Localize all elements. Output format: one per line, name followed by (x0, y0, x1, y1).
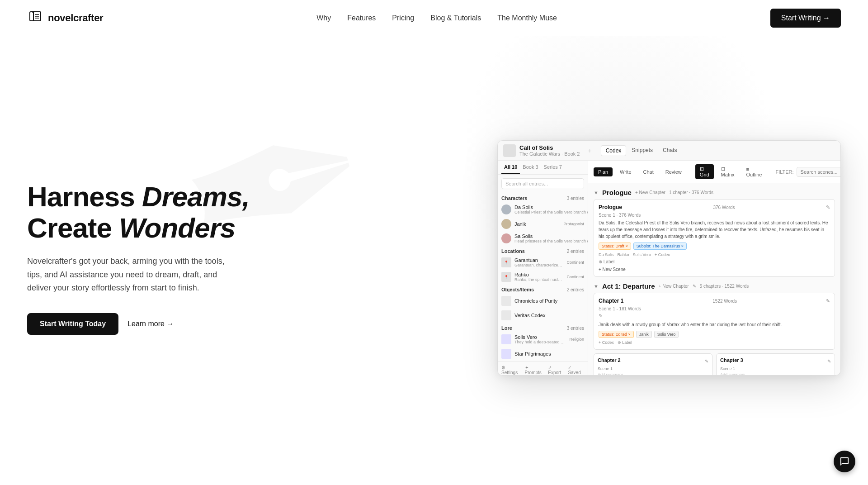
app-sidebar: All 10 Book 3 Series 7 Search all entrie… (498, 161, 588, 375)
prologue-card-name: Prologue (599, 204, 622, 210)
tag-subplot[interactable]: Subplot: The Damasirus × (633, 242, 687, 250)
characters-count: 3 entries (567, 196, 584, 201)
main-toolbar: Plan Write Chat Review ⊞ Grid ⊟ Matrix ≡… (588, 161, 840, 183)
view-grid[interactable]: ⊞ Grid (695, 164, 714, 179)
act1-meta: 5 chapters · 1522 Words (700, 284, 749, 289)
app-main-content: Plan Write Chat Review ⊞ Grid ⊟ Matrix ≡… (588, 161, 840, 375)
lore-desc-solisvero: They hold a deep-seated belief that thei… (514, 340, 566, 344)
prologue-header: ▼ Prologue + New Chapter 1 chapter · 376… (594, 189, 835, 196)
chat-support-icon (840, 456, 849, 466)
chapter1-codex-links: + Codex ⊕ Label (599, 340, 830, 345)
chapter2-title: Chapter 2 (598, 357, 621, 363)
tab-codex[interactable]: Codex (601, 145, 627, 156)
view-matrix[interactable]: ⊟ Matrix (717, 164, 739, 179)
learn-more-button[interactable]: Learn more → (127, 320, 174, 328)
sidebar-character-janik[interactable]: Janik Protagonist (498, 217, 588, 231)
avatar-sasolis (501, 233, 511, 243)
lore-count: 3 entries (567, 326, 584, 331)
mode-plan[interactable]: Plan (594, 167, 613, 176)
view-outline[interactable]: ≡ Outline (742, 165, 767, 179)
location-desc-rahko: Rahko, the spiritual nucleus of the Soli… (514, 277, 563, 282)
tab-snippets[interactable]: Snippets (627, 145, 657, 156)
mode-write[interactable]: Write (615, 167, 636, 176)
scenes-content-area: ▼ Prologue + New Chapter 1 chapter · 376… (588, 183, 840, 375)
sidebar-filter-tabs: All 10 Book 3 Series 7 (498, 161, 588, 175)
sidebar-character-sasolis[interactable]: Sa Solis Head priestess of the Solis Ver… (498, 231, 588, 246)
sidebar-object-chronicles[interactable]: Chronicles of Purity (498, 294, 588, 308)
codex-tag-codex[interactable]: + Codex (655, 252, 670, 257)
sidebar-lore-star[interactable]: Star Pilgrimages (498, 347, 588, 361)
mode-chat[interactable]: Chat (639, 167, 658, 176)
hero-section: ✒ Harness Dreams,Create Wonders Novelcra… (0, 36, 868, 480)
prologue-meta: + New Chapter (635, 190, 665, 195)
project-info: Call of Solis The Galactic Wars · Book 2 (503, 144, 580, 157)
prologue-scene-label: Scene 1 · 376 Words (599, 213, 830, 218)
sidebar-object-veritas[interactable]: Veritas Codex (498, 308, 588, 323)
scene-search-input[interactable] (797, 167, 840, 177)
nav-blog[interactable]: Blog & Tutorials (430, 14, 481, 22)
tab-chats[interactable]: Chats (658, 145, 681, 156)
chat-support-button[interactable] (834, 451, 855, 472)
tag-draft[interactable]: Status: Draft × (599, 242, 631, 250)
sidebar-search-input[interactable]: Search all entries... (501, 178, 584, 189)
chapter2-edit-icon[interactable]: ✎ (705, 359, 708, 364)
chapter1-card: Chapter 1 1522 Words ✎ Scene 1 - 181 Wor… (594, 293, 835, 350)
hero-title: Harness Dreams,Create Wonders (27, 181, 262, 244)
ch1-label-link[interactable]: ⊕ Label (618, 340, 632, 345)
codex-tag-dasolis[interactable]: Da Solis (599, 252, 614, 257)
chapter1-edit-btn[interactable]: ✎ (599, 313, 830, 319)
nav-features[interactable]: Features (347, 14, 376, 22)
sidebar-tab-book[interactable]: Book 3 (520, 161, 541, 174)
logo-link[interactable]: novelcrafter (27, 10, 103, 26)
act1-new-chapter[interactable]: + New Chapter (659, 284, 689, 289)
sidebar-lore-solis[interactable]: Solis Vero They hold a deep-seated belie… (498, 332, 588, 347)
prologue-card-header: Prologue 376 Words ✎ (599, 204, 830, 210)
project-subtitle: The Galactic Wars · Book 2 (519, 151, 580, 157)
nav-pricing[interactable]: Pricing (392, 14, 414, 22)
mode-review[interactable]: Review (661, 167, 686, 176)
chapter1-header: Chapter 1 1522 Words ✎ (599, 298, 830, 304)
prologue-edit-icon[interactable]: ✎ (826, 204, 830, 210)
act1-section: ▼ Act 1: Departure + New Chapter ✎ 5 cha… (594, 282, 835, 375)
act1-collapse-icon[interactable]: ▼ (594, 284, 599, 289)
add-label-btn[interactable]: ⊕ Label (599, 259, 830, 264)
export-link[interactable]: ↗ Export (548, 365, 564, 375)
character-tag-janik: Protagonist (563, 222, 584, 226)
start-writing-today-button[interactable]: Start Writing Today (27, 313, 118, 335)
sidebar-tab-all[interactable]: All 10 (501, 161, 520, 174)
act1-edit-icon[interactable]: ✎ (693, 284, 696, 289)
nav-cta-button[interactable]: Start Writing → (770, 9, 841, 28)
prologue-collapse-icon[interactable]: ▼ (594, 190, 599, 195)
sidebar-tab-series[interactable]: Series 7 (541, 161, 565, 174)
prologue-word-count: 1 chapter · 376 Words (669, 190, 713, 195)
sidebar-character-dasolis[interactable]: Da Solis Celestial Priest of the Solis V… (498, 202, 588, 217)
chapter3-summary-placeholder[interactable]: Add summary... (720, 372, 831, 375)
chapter3-edit-icon[interactable]: ✎ (827, 359, 831, 364)
objects-count: 2 entries (567, 287, 584, 292)
prompts-link[interactable]: ✦ Prompts (525, 365, 545, 375)
chapter1-edit-icon[interactable]: ✎ (826, 298, 830, 304)
codex-tag-solisvero[interactable]: Solis Vero (633, 252, 651, 257)
sidebar-location-garantuan[interactable]: 📍 Garantuan Garantuan, characterized by … (498, 255, 588, 270)
characters-section-header: Characters 3 entries (498, 193, 588, 202)
chapter1-scene-label: Scene 1 - 181 Words (599, 306, 830, 311)
chapter2-summary-placeholder[interactable]: Add summary... (598, 372, 708, 375)
nav-why[interactable]: Why (316, 14, 331, 22)
app-topbar-tabs: Codex Snippets Chats (601, 145, 682, 156)
ch1-tag-solisvero[interactable]: Solis Vero (654, 331, 679, 338)
lore-name-solisvero: Solis Vero (514, 334, 566, 340)
character-name-janik: Janik (514, 221, 526, 227)
sidebar-location-rahko[interactable]: 📍 Rahko Rahko, the spiritual nucleus of … (498, 270, 588, 284)
ch1-tag-janik[interactable]: Janik (636, 331, 652, 338)
settings-link[interactable]: ⚙ Settings (501, 365, 521, 375)
app-body: All 10 Book 3 Series 7 Search all entrie… (498, 161, 840, 375)
saved-indicator: ✓ Saved (568, 365, 584, 375)
new-scene-btn[interactable]: + New Scene (599, 267, 830, 272)
chapter3-card: Chapter 3 ✎ Scene 1 Add summary... + Cod… (716, 353, 835, 375)
nav-muse[interactable]: The Monthly Muse (497, 14, 557, 22)
characters-label: Characters (501, 195, 527, 201)
lore-label: Lore (501, 325, 512, 331)
codex-tag-rahko[interactable]: Rahko (618, 252, 629, 257)
ch1-codex-link[interactable]: + Codex (599, 340, 614, 345)
ch1-tag-edited[interactable]: Status: Edited × (599, 331, 634, 338)
